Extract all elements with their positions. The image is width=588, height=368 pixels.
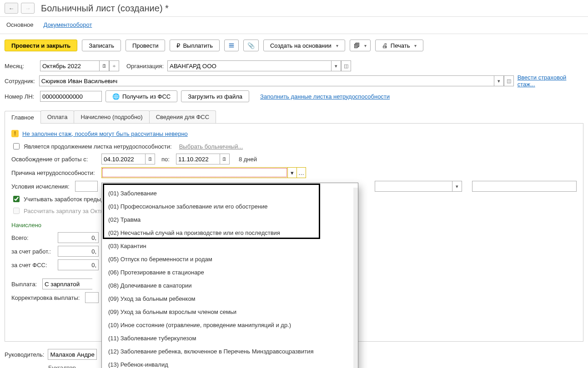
- employer-label: за счет работ.:: [11, 248, 54, 255]
- nav-forward[interactable]: →: [21, 3, 35, 14]
- month-stepper[interactable]: ÷: [109, 60, 119, 71]
- dd-item-08[interactable]: (08) Долечивание в санатории: [102, 279, 358, 292]
- list-icon-button[interactable]: [224, 40, 239, 51]
- post-button[interactable]: Провести: [126, 40, 166, 51]
- correction-label: Корректировка выплаты:: [11, 294, 81, 301]
- calc-cond-dd[interactable]: ▾: [452, 181, 462, 192]
- days-text: 8 дней: [239, 156, 257, 163]
- continuation-checkbox[interactable]: [13, 143, 20, 149]
- dd-item-11[interactable]: (11) Заболевание туберкулезом: [102, 332, 358, 345]
- continuation-label: Является продолжением листка нетрудоспос…: [24, 143, 172, 150]
- dd-item-03[interactable]: (03) Карантин: [102, 239, 358, 253]
- fill-data-link[interactable]: Заполнить данные листка нетрудоспособнос…: [260, 93, 390, 100]
- accountant-link[interactable]: Бухгалтер: [48, 364, 76, 368]
- dd-item-09-child[interactable]: (09) Уход за больным ребенком: [102, 292, 358, 305]
- attach-button[interactable]: 📎: [243, 40, 259, 51]
- list-icon: [228, 42, 235, 49]
- reason-more-button[interactable]: …: [297, 167, 306, 178]
- employee-dropdown[interactable]: ▾: [494, 75, 504, 86]
- pay-button[interactable]: ₽ Выплатить: [170, 40, 220, 51]
- load-from-file-button[interactable]: Загрузить из файла: [181, 90, 249, 102]
- calc-cond-label: Условия исчисления:: [11, 183, 71, 190]
- org-input[interactable]: [167, 60, 331, 71]
- to-label: по:: [161, 156, 170, 163]
- warning-link[interactable]: Не заполнен стаж, пособия могут быть рас…: [22, 130, 188, 137]
- org-dropdown[interactable]: ▾: [331, 60, 341, 71]
- svg-rect-1: [229, 45, 234, 46]
- total-label: Всего:: [11, 234, 54, 241]
- manager-input[interactable]: [48, 349, 97, 360]
- dd-item-09-adult[interactable]: (09) Уход за больным взрослым членом сем…: [102, 305, 358, 318]
- dd-item-06[interactable]: (06) Протезирование в стационаре: [102, 266, 358, 279]
- recalc-salary-checkbox: [13, 208, 20, 214]
- currency-icon: ₽: [176, 42, 180, 49]
- more-actions-button[interactable]: 🗐: [350, 40, 371, 51]
- calc-cond-extra2-input[interactable]: [472, 181, 577, 192]
- subnav-docflow[interactable]: Документооборот: [44, 21, 92, 28]
- get-fss-label: Получить из ФСС: [122, 93, 171, 100]
- ln-label: Номер ЛН:: [5, 93, 36, 100]
- save-button[interactable]: Записать: [82, 40, 121, 51]
- post-and-close-button[interactable]: Провести и закрыть: [5, 40, 77, 51]
- insurance-link[interactable]: Ввести страховой стаж...: [518, 74, 583, 88]
- tab-payment[interactable]: Оплата: [40, 110, 75, 123]
- org-open[interactable]: ◫: [341, 60, 351, 71]
- dd-item-05[interactable]: (05) Отпуск по беременности и родам: [102, 253, 358, 266]
- correction-input[interactable]: [85, 292, 99, 303]
- recalc-salary-label: Рассчитать зарплату за Октябрь: [24, 208, 113, 214]
- employer-value[interactable]: 0,: [58, 246, 99, 257]
- payment-input[interactable]: [42, 278, 92, 289]
- employee-open[interactable]: ◫: [504, 75, 514, 86]
- date-to-calendar[interactable]: 🗓: [220, 154, 230, 164]
- ln-input[interactable]: [40, 91, 102, 102]
- calc-cond-extra-input[interactable]: [375, 181, 452, 192]
- employee-label: Сотрудник:: [5, 78, 35, 85]
- release-label: Освобождение от работы с:: [11, 156, 98, 163]
- fss-label: за счет ФСС:: [11, 262, 54, 269]
- tab-accrued[interactable]: Начислено (подробно): [74, 110, 149, 123]
- org-label: Организация:: [126, 63, 164, 70]
- month-label: Месяц:: [5, 63, 36, 70]
- month-input[interactable]: [40, 60, 99, 71]
- month-calendar-button[interactable]: 🗓: [99, 60, 109, 71]
- total-value[interactable]: 0,: [58, 232, 99, 243]
- dd-item-01-disease[interactable]: (01) Заболевание: [102, 187, 358, 200]
- date-from-calendar[interactable]: 🗓: [145, 154, 155, 164]
- manager-label: Руководитель:: [5, 351, 44, 358]
- calc-cond-input[interactable]: [75, 181, 98, 192]
- reason-dropdown-popup: (01) Заболевание (01) Профессиональное з…: [101, 183, 358, 368]
- svg-rect-2: [229, 47, 234, 48]
- copy-icon: 🗐: [354, 42, 360, 49]
- create-based-on-button[interactable]: Создать на основании: [263, 40, 345, 51]
- printer-icon: 🖨: [382, 42, 388, 49]
- payment-label: Выплата:: [11, 281, 39, 288]
- dd-item-13[interactable]: (13) Ребенок-инвалид: [102, 358, 358, 368]
- dd-item-02-accident[interactable]: (02) Несчастный случай на производстве и…: [102, 226, 358, 239]
- window-title: Больничный лист (создание) *: [41, 3, 169, 14]
- reason-label: Причина нетрудоспособности:: [11, 169, 98, 176]
- tab-main[interactable]: Главное: [5, 111, 41, 124]
- warning-icon: !: [11, 130, 19, 137]
- paperclip-icon: 📎: [247, 42, 255, 49]
- reason-input[interactable]: [101, 167, 288, 178]
- subnav-main[interactable]: Основное: [6, 21, 34, 28]
- pay-label: Выплатить: [183, 42, 213, 49]
- dd-item-01-prof[interactable]: (01) Профессиональное заболевание или ег…: [102, 200, 358, 213]
- globe-icon: 🌐: [112, 93, 120, 100]
- nav-back[interactable]: ←: [5, 3, 18, 14]
- date-to-input[interactable]: [176, 154, 220, 164]
- fss-value[interactable]: 0,: [58, 259, 99, 270]
- get-from-fss-button[interactable]: 🌐 Получить из ФСС: [106, 90, 177, 102]
- select-sick-link[interactable]: Выбрать больничный...: [179, 143, 243, 150]
- tab-fss[interactable]: Сведения для ФСС: [149, 110, 216, 123]
- dropdown-scrollbar[interactable]: [354, 189, 357, 348]
- dd-item-02-injury[interactable]: (02) Травма: [102, 213, 358, 226]
- dd-item-12[interactable]: (12) Заболевание ребенка, включенное в П…: [102, 345, 358, 358]
- employee-input[interactable]: [39, 75, 494, 86]
- prev-earnings-checkbox[interactable]: [13, 196, 20, 202]
- date-from-input[interactable]: [101, 154, 145, 164]
- print-label: Печать: [391, 42, 410, 49]
- reason-dropdown-button[interactable]: ▾: [288, 167, 297, 178]
- print-button[interactable]: 🖨 Печать: [375, 40, 424, 51]
- dd-item-10[interactable]: (10) Иное состояние (отравление, проведе…: [102, 318, 358, 332]
